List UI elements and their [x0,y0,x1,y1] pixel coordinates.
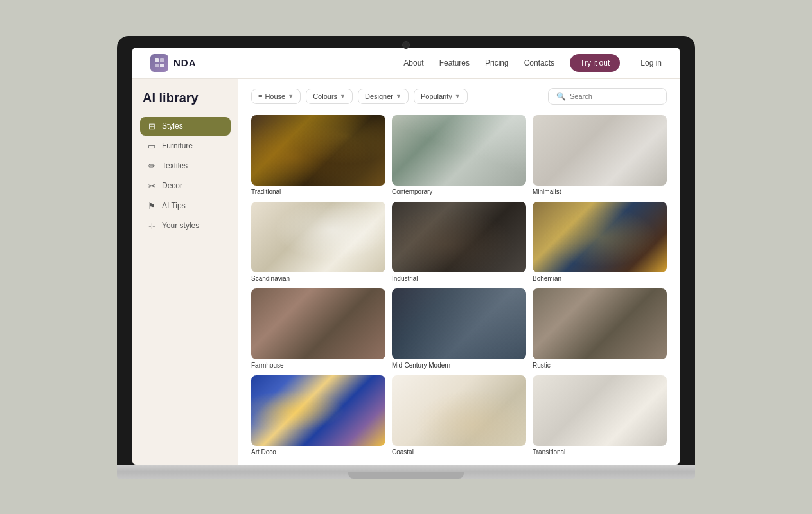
svg-rect-0 [155,58,159,62]
sidebar-item-textiles[interactable]: ✏ Textiles [140,157,231,175]
filter-bar: ≡ House ▼ Colours ▼ Designer ▼ [251,88,667,105]
grid-label-transitional: Transitional [533,448,667,456]
grid-image-transitional [533,375,667,446]
nav-links: About Features Pricing Contacts Try it o… [403,54,662,72]
grid-item-minimalist[interactable]: Minimalist [533,115,667,195]
grid-label-contemporary: Contemporary [392,188,526,195]
grid-image-artdeco [251,375,385,446]
grid-item-transitional[interactable]: Transitional [533,375,667,456]
grid-label-scandinavian: Scandinavian [251,275,385,282]
grid-image-minimalist [533,115,667,186]
grid-image-bohemian [533,202,667,272]
sidebar: AI library ⊞ Styles ▭ Furniture ✏ Textil… [132,79,238,465]
img-transitional [533,375,667,446]
login-link[interactable]: Log in [640,58,662,67]
designer-filter[interactable]: Designer ▼ [358,89,409,104]
main-content: AI library ⊞ Styles ▭ Furniture ✏ Textil… [132,79,680,465]
grid-label-farmhouse: Farmhouse [251,362,385,369]
app: NDA About Features Pricing Contacts Try … [132,48,680,465]
grid-item-midcentury[interactable]: Mid-Century Modern [392,288,526,369]
laptop-base [117,465,695,479]
svg-rect-1 [160,58,164,62]
sidebar-item-decor[interactable]: ✂ Decor [140,177,231,195]
page-title: AI library [140,91,231,105]
house-chevron-icon: ▼ [288,93,294,100]
grid-item-traditional[interactable]: Traditional [251,115,385,195]
img-industrial [392,202,526,272]
house-filter-label: House [265,93,285,100]
designer-chevron-icon: ▼ [396,93,402,100]
colours-filter-label: Colours [313,93,337,100]
search-input[interactable] [570,93,658,100]
grid-image-rustic [533,288,667,359]
search-icon: 🔍 [556,92,566,101]
navbar: NDA About Features Pricing Contacts Try … [132,48,680,79]
sidebar-item-ai-tips-label: AI Tips [162,201,186,210]
grid-label-coastal: Coastal [392,448,526,456]
designer-filter-label: Designer [365,93,393,100]
colours-filter[interactable]: Colours ▼ [306,89,353,104]
img-scandinavian [251,202,385,272]
grid-item-rustic[interactable]: Rustic [533,288,667,369]
camera-notch [402,41,410,49]
textiles-icon: ✏ [146,161,157,171]
grid-image-farmhouse [251,288,385,359]
grid-item-industrial[interactable]: Industrial [392,202,526,282]
logo-icon [150,54,168,72]
image-grid: Traditional Contemporary [251,115,667,456]
search-box[interactable]: 🔍 [548,88,667,105]
sidebar-item-decor-label: Decor [162,181,182,190]
img-rustic [533,288,667,359]
grid-label-rustic: Rustic [533,362,667,369]
decor-icon: ✂ [146,181,157,191]
img-artdeco [251,375,385,446]
grid-label-artdeco: Art Deco [251,448,385,456]
list-icon: ≡ [258,93,262,100]
grid-image-traditional [251,115,385,186]
try-it-button[interactable]: Try it out [570,54,620,72]
grid-image-midcentury [392,288,526,359]
logo-area: NDA [150,54,197,72]
sidebar-item-styles[interactable]: ⊞ Styles [140,117,231,136]
grid-item-bohemian[interactable]: Bohemian [533,202,667,282]
furniture-icon: ▭ [146,141,157,151]
popularity-chevron-icon: ▼ [455,93,461,100]
sidebar-item-furniture[interactable]: ▭ Furniture [140,137,231,155]
nav-link-pricing[interactable]: Pricing [485,58,509,67]
sidebar-item-your-styles-label: Your styles [162,221,199,230]
sidebar-item-your-styles[interactable]: ⊹ Your styles [140,217,231,235]
img-coastal [392,375,526,446]
grid-item-scandinavian[interactable]: Scandinavian [251,202,385,282]
sidebar-item-furniture-label: Furniture [162,141,193,150]
grid-image-contemporary [392,115,526,186]
popularity-filter[interactable]: Popularity ▼ [414,89,468,104]
screen: NDA About Features Pricing Contacts Try … [132,48,680,465]
logo-text: NDA [173,57,197,68]
grid-item-contemporary[interactable]: Contemporary [392,115,526,195]
img-traditional [251,115,385,186]
img-bohemian [533,202,667,272]
grid-item-coastal[interactable]: Coastal [392,375,526,456]
nav-link-contacts[interactable]: Contacts [524,58,554,67]
img-contemporary [392,115,526,186]
popularity-filter-label: Popularity [421,93,452,100]
svg-rect-3 [160,64,164,67]
grid-item-artdeco[interactable]: Art Deco [251,375,385,456]
nav-link-features[interactable]: Features [439,58,470,67]
sidebar-item-styles-label: Styles [162,121,183,130]
house-filter[interactable]: ≡ House ▼ [251,89,301,104]
logo-svg [154,58,164,68]
grid-label-industrial: Industrial [392,275,526,282]
sidebar-item-ai-tips[interactable]: ⚑ AI Tips [140,197,231,215]
sidebar-item-textiles-label: Textiles [162,161,188,170]
img-midcentury [392,288,526,359]
ai-tips-icon: ⚑ [146,201,157,211]
grid-item-farmhouse[interactable]: Farmhouse [251,288,385,369]
colours-chevron-icon: ▼ [340,93,346,100]
nav-link-about[interactable]: About [403,58,423,67]
grid-image-scandinavian [251,202,385,272]
grid-image-industrial [392,202,526,272]
laptop-container: NDA About Features Pricing Contacts Try … [117,36,695,479]
grid-label-traditional: Traditional [251,188,385,195]
your-styles-icon: ⊹ [146,221,157,231]
